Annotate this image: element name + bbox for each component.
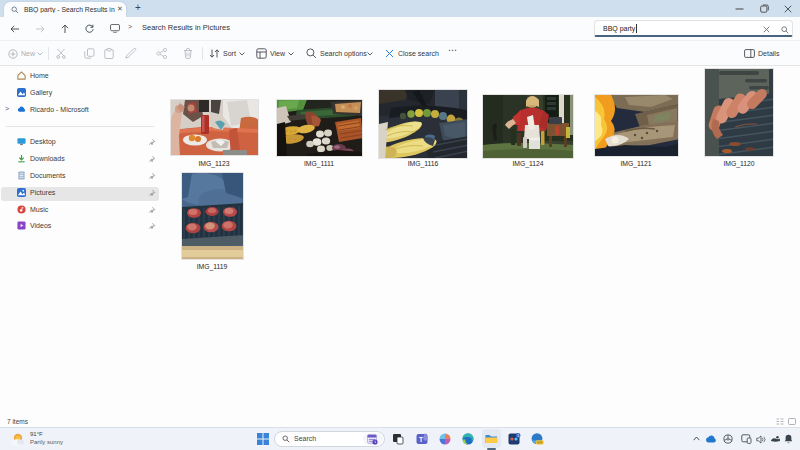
svg-text:T: T	[419, 436, 423, 443]
svg-text:1: 1	[517, 434, 519, 438]
